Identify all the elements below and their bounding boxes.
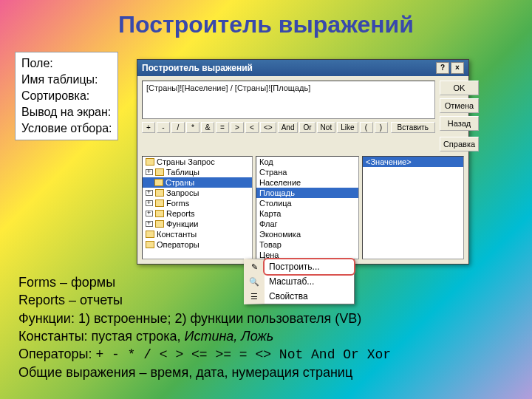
label-table: Имя таблицы: bbox=[21, 72, 112, 88]
dialog-titlebar[interactable]: Построитель выражений ? × bbox=[137, 60, 468, 76]
expression-input[interactable]: [Страны]![Население] / [Страны]![Площадь… bbox=[142, 81, 435, 119]
cat-item[interactable]: Операторы bbox=[143, 239, 252, 250]
op-minus[interactable]: - bbox=[157, 122, 170, 133]
cat-item[interactable]: Функции bbox=[143, 219, 252, 229]
op-like[interactable]: Like bbox=[337, 122, 358, 133]
folder-icon bbox=[146, 241, 154, 248]
cat-item[interactable]: Reports bbox=[143, 208, 252, 219]
op-rparen[interactable]: ) bbox=[375, 122, 388, 133]
folder-icon bbox=[146, 231, 154, 238]
plus-icon bbox=[146, 211, 153, 216]
field-item[interactable]: Код bbox=[256, 157, 358, 167]
label-show: Вывод на экран: bbox=[21, 104, 112, 120]
cancel-button[interactable]: Отмена bbox=[440, 98, 479, 113]
cat-item[interactable]: Константы bbox=[143, 229, 252, 239]
field-item[interactable]: Население bbox=[256, 177, 358, 188]
cat-item[interactable]: Страны Запрос bbox=[143, 157, 252, 167]
folder-icon bbox=[155, 210, 164, 217]
plus-icon bbox=[146, 200, 153, 206]
op-eq[interactable]: = bbox=[216, 122, 229, 133]
note-line: Reports – отчеты bbox=[18, 291, 391, 309]
value-item[interactable]: <Значение> bbox=[363, 157, 463, 167]
note-line: Общие выражения – время, дата, нумерация… bbox=[18, 364, 391, 381]
back-button[interactable]: Назад bbox=[440, 116, 479, 131]
op-and[interactable]: And bbox=[278, 122, 299, 133]
op-plus[interactable]: + bbox=[142, 122, 155, 133]
ok-button[interactable]: OK bbox=[440, 81, 479, 95]
menu-build[interactable]: ✎ Построить... bbox=[265, 259, 354, 274]
note-line: Функции: 1) встроенные; 2) функции польз… bbox=[18, 310, 391, 327]
slide-notes: Forms – формы Reports – отчеты Функции: … bbox=[18, 273, 391, 382]
cat-item-selected[interactable]: Страны bbox=[143, 177, 252, 188]
op-lt[interactable]: < bbox=[245, 122, 259, 133]
folder-icon bbox=[146, 158, 154, 166]
cat-item[interactable]: Таблицы bbox=[143, 167, 252, 177]
op-amp[interactable]: & bbox=[201, 122, 214, 133]
dialog-help-button[interactable]: ? bbox=[436, 62, 449, 74]
op-div[interactable]: / bbox=[171, 122, 185, 133]
label-sort: Сортировка: bbox=[21, 88, 112, 104]
close-icon[interactable]: × bbox=[451, 62, 464, 74]
op-lparen[interactable]: ( bbox=[360, 122, 373, 133]
op-not[interactable]: Not bbox=[317, 122, 336, 133]
insert-button[interactable]: Вставить bbox=[391, 122, 435, 133]
folder-icon bbox=[155, 168, 164, 176]
note-line: Операторы: + - * / < > <= >= = <> Not An… bbox=[18, 345, 391, 364]
op-gt[interactable]: > bbox=[231, 122, 244, 133]
page-title: Построитель выражений bbox=[0, 11, 532, 38]
field-item[interactable]: Карта bbox=[256, 208, 358, 219]
fields-pane[interactable]: Код Страна Население Площадь Столица Кар… bbox=[256, 156, 359, 259]
cat-item[interactable]: Forms bbox=[143, 198, 252, 208]
label-criteria: Условие отбора: bbox=[21, 120, 112, 137]
operator-toolbar: + - / * & = > < <> And Or Not Like ( ) bbox=[142, 122, 435, 133]
op-mul[interactable]: * bbox=[186, 122, 200, 133]
field-item-selected[interactable]: Площадь bbox=[256, 188, 358, 198]
field-item[interactable]: Флаг bbox=[256, 219, 358, 229]
query-grid-labels: Поле: Имя таблицы: Сортировка: Вывод на … bbox=[15, 52, 118, 140]
cat-item[interactable]: Запросы bbox=[143, 188, 252, 198]
folder-icon bbox=[154, 179, 163, 186]
plus-icon bbox=[146, 169, 153, 175]
dialog-title: Построитель выражений bbox=[142, 63, 253, 73]
field-item[interactable]: Столица bbox=[256, 198, 358, 208]
field-item[interactable]: Экономика bbox=[256, 229, 358, 239]
help-button[interactable]: Справка bbox=[440, 137, 479, 151]
op-or[interactable]: Or bbox=[299, 122, 315, 133]
note-line: Константы: пустая строка, Истина, Ложь bbox=[18, 327, 391, 345]
categories-pane[interactable]: Страны Запрос Таблицы Страны Запросы For… bbox=[142, 156, 253, 259]
values-pane[interactable]: <Значение> bbox=[362, 156, 464, 259]
folder-icon bbox=[155, 189, 164, 197]
wand-icon: ✎ bbox=[248, 261, 260, 273]
note-line: Forms – формы bbox=[18, 273, 391, 291]
field-item[interactable]: Товар bbox=[256, 239, 358, 250]
folder-icon bbox=[155, 220, 164, 228]
label-field: Поле: bbox=[21, 55, 112, 72]
plus-icon bbox=[146, 221, 153, 227]
field-item[interactable]: Страна bbox=[256, 167, 358, 177]
expression-builder-dialog: Построитель выражений ? × [Страны]![Насе… bbox=[137, 59, 469, 265]
op-ne[interactable]: <> bbox=[260, 122, 276, 133]
folder-icon bbox=[155, 200, 164, 207]
plus-icon bbox=[146, 190, 153, 196]
